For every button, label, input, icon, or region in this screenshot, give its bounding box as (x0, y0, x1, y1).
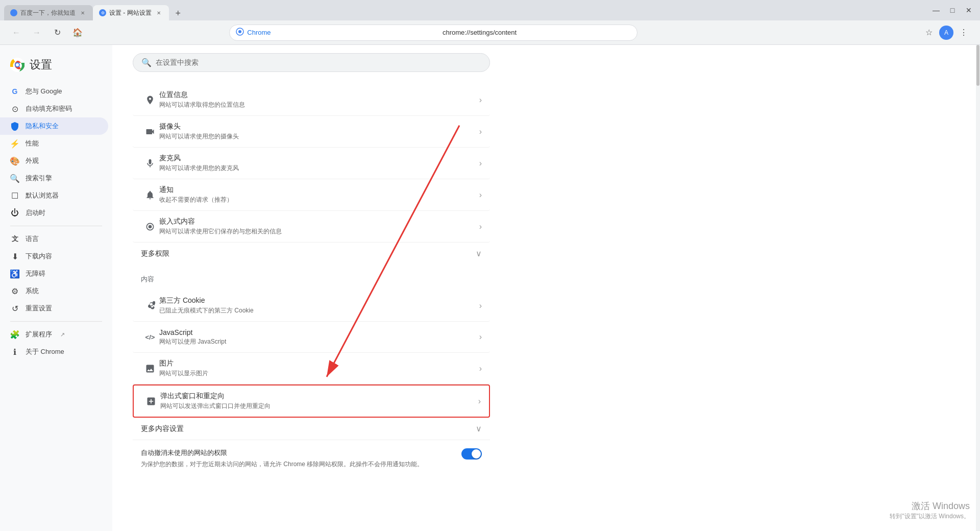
maximize-button[interactable]: □ (945, 3, 960, 17)
sidebar-label-startup: 启动时 (26, 208, 45, 218)
sidebar-label-search: 搜索引擎 (26, 174, 52, 183)
embedded-icon (141, 218, 159, 236)
cookies-subtitle: 已阻止无痕模式下的第三方 Cookie (159, 306, 479, 315)
auto-revoke-toggle[interactable] (461, 448, 482, 460)
sidebar-item-privacy[interactable]: 隐私和安全 (0, 117, 108, 135)
sidebar-item-reset[interactable]: ↺ 重置设置 (0, 300, 108, 317)
sidebar-label-about: 关于 Chrome (26, 347, 64, 356)
bookmark-button[interactable]: ☆ (921, 25, 937, 41)
search-bar[interactable]: 🔍 在设置中搜索 (133, 53, 490, 72)
tab-settings[interactable]: ⚙ 设置 - 网站设置 ✕ (93, 5, 169, 20)
sidebar-item-extensions[interactable]: 🧩 扩展程序 ↗ (0, 326, 108, 343)
settings-item-microphone[interactable]: 麦克风 网站可以请求使用您的麦克风 › (133, 148, 490, 179)
javascript-subtitle: 网站可以使用 JavaScript (159, 337, 479, 346)
sidebar-item-search[interactable]: 🔍 搜索引擎 (0, 170, 108, 187)
back-button[interactable]: ← (8, 25, 24, 41)
settings-item-camera[interactable]: 摄像头 网站可以请求使用您的摄像头 › (133, 116, 490, 148)
accessibility-icon: ♿ (10, 269, 19, 278)
address-bar[interactable]: Chrome chrome://settings/content (229, 25, 638, 41)
svg-point-4 (16, 63, 19, 66)
settings-item-images[interactable]: 图片 网站可以显示图片 › (133, 353, 490, 384)
more-content-settings-header[interactable]: 更多内容设置 ∨ (133, 418, 490, 440)
sidebar-item-system[interactable]: ⚙ 系统 (0, 282, 108, 300)
settings-item-embedded[interactable]: 嵌入式内容 网站可以请求使用它们保存的与您相关的信息 › (133, 211, 490, 243)
sidebar-label-downloads: 下载内容 (26, 252, 52, 261)
close-button[interactable]: ✕ (962, 3, 976, 17)
notifications-arrow: › (479, 190, 482, 200)
sidebar-item-startup[interactable]: ⏻ 启动时 (0, 204, 108, 222)
permissions-list: 位置信息 网站可以请求取得您的位置信息 › 摄像头 网站可以请求使用您的摄像头 (133, 84, 490, 243)
settings-item-location[interactable]: 位置信息 网站可以请求取得您的位置信息 › (133, 84, 490, 116)
sidebar-item-about[interactable]: ℹ 关于 Chrome (0, 343, 108, 360)
sidebar-title: 设置 (30, 57, 52, 73)
cookies-arrow: › (479, 301, 482, 310)
tab-favicon-baidu (10, 9, 17, 16)
tab-close-settings[interactable]: ✕ (155, 9, 163, 17)
new-tab-button[interactable]: + (171, 6, 185, 20)
settings-item-popups[interactable]: 弹出式窗口和重定向 网站可以发送弹出式窗口口并使用重定向 › (133, 384, 490, 418)
sidebar-label-default-browser: 默认浏览器 (26, 191, 59, 200)
sidebar-item-appearance[interactable]: 🎨 外观 (0, 152, 108, 170)
tab-close-baidu[interactable]: ✕ (79, 9, 87, 17)
downloads-icon: ⬇ (10, 252, 19, 261)
settings-item-notifications[interactable]: 通知 收起不需要的请求（推荐） › (133, 179, 490, 211)
windows-activation-subtitle: 转到"设置"以激活 Windows。 (890, 512, 970, 521)
sidebar-item-language[interactable]: 文 语言 (0, 230, 108, 248)
embedded-text: 嵌入式内容 网站可以请求使用它们保存的与您相关的信息 (159, 217, 479, 236)
sidebar-item-accessibility[interactable]: ♿ 无障碍 (0, 265, 108, 282)
sidebar-item-default-browser[interactable]: ☐ 默认浏览器 (0, 187, 108, 204)
location-text: 位置信息 网站可以请求取得您的位置信息 (159, 90, 479, 109)
location-icon (141, 91, 159, 109)
more-permissions-label: 更多权限 (141, 249, 476, 258)
svg-point-1 (238, 30, 241, 33)
search-placeholder: 在设置中搜索 (156, 58, 199, 67)
nav-right: ☆ A ⋮ (921, 25, 972, 41)
microphone-arrow: › (479, 159, 482, 168)
camera-icon (141, 123, 159, 141)
auto-revoke-label: 自动撤消未使用的网站的权限 (141, 448, 453, 457)
javascript-icon: </> (141, 328, 159, 346)
javascript-text: JavaScript 网站可以使用 JavaScript (159, 328, 479, 346)
settings-item-javascript[interactable]: </> JavaScript 网站可以使用 JavaScript › (133, 322, 490, 353)
images-title: 图片 (159, 359, 479, 368)
location-subtitle: 网站可以请求取得您的位置信息 (159, 101, 479, 109)
scrollbar-track[interactable] (976, 45, 980, 531)
camera-text: 摄像头 网站可以请求使用您的摄像头 (159, 122, 479, 141)
refresh-button[interactable]: ↻ (49, 25, 65, 41)
more-content-expand-icon: ∨ (476, 424, 482, 433)
popups-subtitle: 网站可以发送弹出式窗口口并使用重定向 (160, 402, 478, 411)
popups-arrow: › (478, 397, 481, 406)
sidebar-label-system: 系统 (26, 286, 39, 296)
sidebar-label-autofill: 自动填充和密码 (26, 104, 72, 113)
scrollbar-thumb[interactable] (976, 45, 979, 86)
notifications-icon (141, 186, 159, 204)
tab-baidu[interactable]: 百度一下，你就知道 ✕ (4, 5, 93, 20)
sidebar-label-language: 语言 (26, 234, 39, 244)
content-section-label: 内容 (133, 273, 490, 286)
tab-bar: 百度一下，你就知道 ✕ ⚙ 设置 - 网站设置 ✕ + (4, 0, 927, 20)
sidebar-label-appearance: 外观 (26, 156, 39, 165)
home-button[interactable]: 🏠 (69, 25, 86, 41)
nav-bar: ← → ↻ 🏠 Chrome chrome://settings/content… (0, 20, 980, 45)
address-bar-chrome-icon (236, 28, 244, 37)
microphone-text: 麦克风 网站可以请求使用您的麦克风 (159, 154, 479, 173)
sidebar-item-performance[interactable]: ⚡ 性能 (0, 135, 108, 152)
sidebar-item-autofill[interactable]: ⊙ 自动填充和密码 (0, 100, 108, 117)
forward-button[interactable]: → (29, 25, 45, 41)
sidebar-label-accessibility: 无障碍 (26, 269, 45, 278)
sidebar-item-google[interactable]: G 您与 Google (0, 83, 108, 100)
sidebar-label-privacy: 隐私和安全 (26, 122, 59, 131)
sidebar-item-downloads[interactable]: ⬇ 下载内容 (0, 248, 108, 265)
system-icon: ⚙ (10, 286, 19, 296)
more-permissions-header[interactable]: 更多权限 ∨ (133, 243, 490, 264)
embedded-subtitle: 网站可以请求使用它们保存的与您相关的信息 (159, 227, 479, 236)
search-section: 🔍 在设置中搜索 (112, 45, 510, 72)
microphone-subtitle: 网站可以请求使用您的麦克风 (159, 164, 479, 173)
profile-button[interactable]: A (939, 26, 953, 40)
notifications-text: 通知 收起不需要的请求（推荐） (159, 185, 479, 204)
minimize-button[interactable]: — (929, 3, 943, 17)
settings-item-cookies[interactable]: 第三方 Cookie 已阻止无痕模式下的第三方 Cookie › (133, 290, 490, 322)
embedded-arrow: › (479, 222, 482, 231)
menu-button[interactable]: ⋮ (955, 25, 972, 41)
language-icon: 文 (10, 234, 19, 244)
